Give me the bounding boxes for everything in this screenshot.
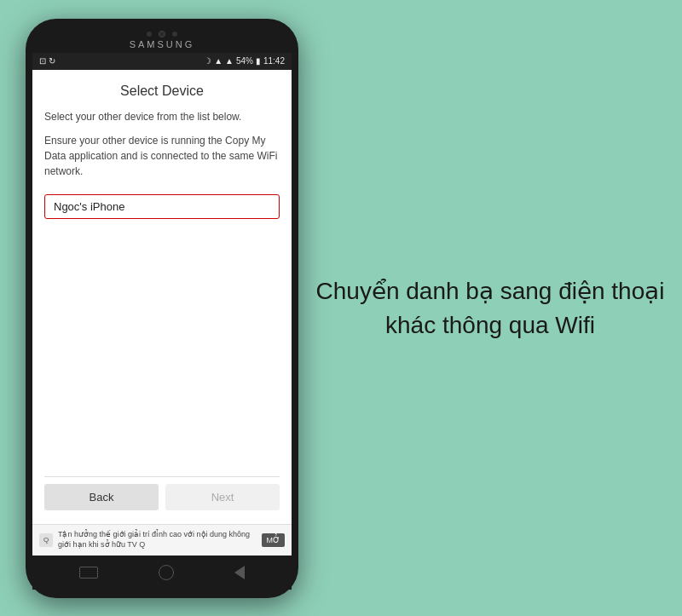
screen-title: Select Device (44, 83, 280, 99)
brand-label: SAMSUNG (130, 39, 195, 49)
time-display: 11:42 (263, 56, 285, 66)
signal-icon: ▲ (225, 56, 234, 66)
description1: Select your other device from the list b… (44, 109, 280, 124)
page-container: SAMSUNG ⊡ ↻ ☽ ▲ ▲ 54% ▮ 11:42 Select Dev… (0, 0, 682, 616)
camera (159, 31, 165, 37)
back-button[interactable]: Back (44, 484, 159, 510)
sensor-left (147, 32, 152, 37)
ad-icon: Q (39, 533, 53, 547)
status-bar: ⊡ ↻ ☽ ▲ ▲ 54% ▮ 11:42 (32, 53, 292, 70)
phone-shell: SAMSUNG ⊡ ↻ ☽ ▲ ▲ 54% ▮ 11:42 Select Dev… (26, 19, 298, 598)
sensor-right (172, 32, 177, 37)
nav-home-button[interactable] (159, 565, 174, 580)
bottom-buttons: Back Next (44, 476, 280, 510)
ad-banner: Q Tận hưởng thế giới giải trí đỉnh cao v… (32, 524, 292, 555)
phone-top-bar: SAMSUNG (32, 27, 292, 53)
app-content: Select Device Select your other device f… (32, 70, 292, 525)
right-text-section: Chuyển danh bạ sang điện thoại khác thôn… (298, 257, 682, 358)
description2: Ensure your other device is running the … (44, 133, 280, 179)
phone-sensors (147, 31, 177, 37)
wifi-icon: ▲ (214, 56, 223, 66)
ad-open-button[interactable]: MỞ (262, 533, 286, 547)
moon-icon: ☽ (204, 56, 211, 66)
status-right-icons: ☽ ▲ ▲ 54% ▮ 11:42 (204, 56, 285, 66)
battery-percent: 54% (236, 56, 253, 66)
phone-bottom-nav (32, 556, 292, 590)
vi-description-text: Chuyển danh bạ sang điện thoại khác thôn… (315, 274, 665, 341)
sync-icon: ↻ (49, 56, 55, 66)
status-left-icons: ⊡ ↻ (39, 56, 55, 66)
nav-back-button[interactable] (234, 566, 245, 579)
battery-icon: ▮ (256, 56, 261, 66)
nav-recent-button[interactable] (79, 567, 98, 579)
device-name-text: Ngoc's iPhone (54, 200, 124, 213)
next-button[interactable]: Next (165, 484, 280, 510)
ad-text: Tận hưởng thế giới giải trí đỉnh cao với… (58, 530, 257, 550)
phone-screen: Select Device Select your other device f… (32, 70, 292, 556)
screenshot-icon: ⊡ (39, 56, 46, 66)
device-input-container[interactable]: Ngoc's iPhone (44, 194, 280, 219)
spacer (44, 219, 280, 470)
